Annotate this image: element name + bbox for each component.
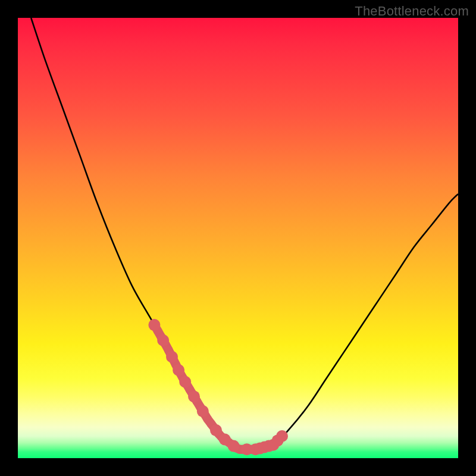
range-bead — [179, 376, 191, 388]
plot-area — [18, 18, 458, 458]
range-bead — [228, 440, 240, 452]
bottleneck-curve — [31, 18, 458, 450]
optimal-range-beads — [148, 319, 288, 455]
range-bead — [157, 334, 169, 346]
chart-frame: TheBottleneck.com — [0, 0, 476, 476]
range-bead — [276, 430, 288, 442]
range-bead — [173, 364, 184, 376]
range-bead — [197, 405, 209, 417]
range-bead — [148, 319, 160, 331]
curve-svg — [18, 18, 458, 458]
range-bead — [210, 424, 222, 436]
range-bead — [166, 351, 178, 363]
attribution-label: TheBottleneck.com — [355, 4, 469, 19]
range-bead — [188, 390, 200, 402]
